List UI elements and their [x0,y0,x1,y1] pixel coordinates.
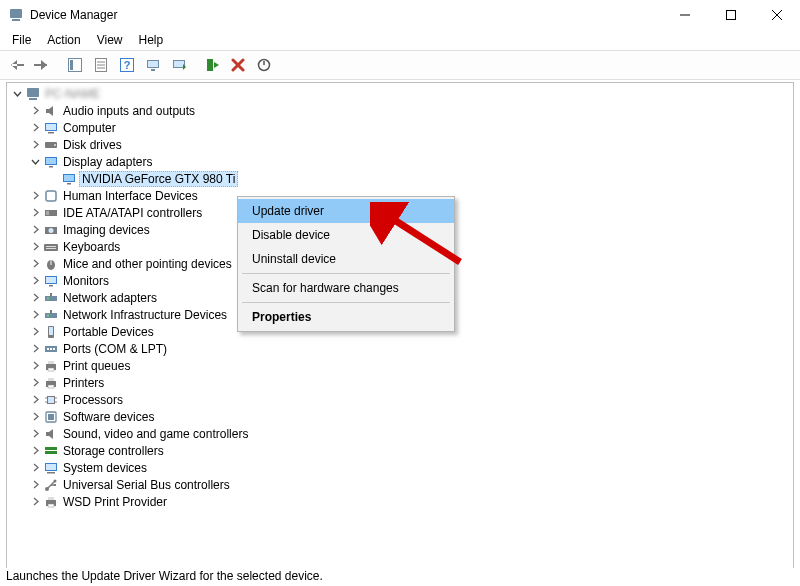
menu-help[interactable]: Help [131,31,172,49]
tree-device-node[interactable]: NVIDIA GeForce GTX 980 Ti [47,170,793,187]
chevron-right-icon[interactable] [29,479,41,491]
forward-button[interactable] [30,53,54,77]
close-button[interactable] [754,0,800,30]
tree-category-label: Network Infrastructure Devices [61,308,229,322]
menu-file[interactable]: File [4,31,39,49]
chevron-right-icon[interactable] [29,309,41,321]
chevron-right-icon[interactable] [29,139,41,151]
tree-category-node[interactable]: Processors [29,391,793,408]
svg-rect-57 [50,348,52,350]
tree-category-node[interactable]: Universal Serial Bus controllers [29,476,793,493]
chevron-right-icon[interactable] [29,343,41,355]
chevron-right-icon[interactable] [29,258,41,270]
tree-category-node[interactable]: Storage controllers [29,442,793,459]
chevron-right-icon[interactable] [29,377,41,389]
hid-icon [43,188,59,204]
disk-icon [43,137,59,153]
toolbar: ? [0,51,800,79]
chevron-right-icon[interactable] [29,224,41,236]
context-menu-item[interactable]: Scan for hardware changes [238,276,454,300]
svg-rect-21 [27,88,39,97]
chevron-right-icon[interactable] [29,394,41,406]
audio-icon [43,103,59,119]
svg-rect-25 [48,132,54,134]
help-toolbar-button[interactable]: ? [115,53,139,77]
menu-view[interactable]: View [89,31,131,49]
chevron-right-icon[interactable] [29,241,41,253]
tree-category-node[interactable]: WSD Print Provider [29,493,793,510]
svg-rect-52 [50,310,52,313]
menu-action[interactable]: Action [39,31,88,49]
chevron-right-icon[interactable] [29,207,41,219]
disable-device-button[interactable] [252,53,276,77]
chevron-right-icon[interactable] [29,428,41,440]
system-icon [43,460,59,476]
tree-category-label: Processors [61,393,125,407]
svg-rect-46 [49,285,53,287]
tree-category-label: Keyboards [61,240,122,254]
chevron-right-icon[interactable] [29,190,41,202]
chevron-right-icon[interactable] [29,122,41,134]
tree-category-label: Monitors [61,274,111,288]
chevron-right-icon[interactable] [29,275,41,287]
tree-category-node[interactable]: System devices [29,459,793,476]
enable-device-button[interactable] [200,53,224,77]
chevron-right-icon[interactable] [29,496,41,508]
tree-category-node[interactable]: Printers [29,374,793,391]
svg-point-27 [54,144,56,146]
svg-rect-3 [727,11,736,20]
maximize-button[interactable] [708,0,754,30]
svg-rect-15 [148,61,158,67]
tree-category-node[interactable]: Software devices [29,408,793,425]
context-menu-item[interactable]: Uninstall device [238,247,454,271]
svg-rect-63 [48,378,54,381]
context-menu-item[interactable]: Disable device [238,223,454,247]
svg-rect-1 [12,19,20,21]
show-hide-console-button[interactable] [63,53,87,77]
tree-category-node[interactable]: Sound, video and game controllers [29,425,793,442]
svg-point-79 [54,479,57,482]
tree-category-node[interactable]: Print queues [29,357,793,374]
svg-rect-58 [53,348,55,350]
scan-hardware-toolbar-button[interactable] [141,53,165,77]
tree-category-node[interactable]: Computer [29,119,793,136]
chevron-right-icon[interactable] [29,292,41,304]
chevron-right-icon[interactable] [29,462,41,474]
printer-icon [43,358,59,374]
tree-root-label: PC-NAME [43,87,102,101]
context-menu-item[interactable]: Properties [238,305,454,329]
update-driver-toolbar-button[interactable] [167,53,191,77]
uninstall-device-button[interactable] [226,53,250,77]
keyboard-icon [43,239,59,255]
chevron-down-icon[interactable] [29,156,41,168]
chevron-right-icon[interactable] [29,105,41,117]
svg-rect-45 [46,277,56,283]
svg-point-51 [47,314,49,316]
tree-category-node[interactable]: Display adapters [29,153,793,170]
chevron-right-icon[interactable] [29,326,41,338]
svg-rect-7 [70,60,73,70]
chevron-down-icon[interactable] [11,88,23,100]
tree-category-node[interactable]: Ports (COM & LPT) [29,340,793,357]
back-button[interactable] [4,53,28,77]
window-title: Device Manager [30,8,117,22]
storage-icon [43,443,59,459]
tree-category-node[interactable]: Disk drives [29,136,793,153]
tree-device-label: NVIDIA GeForce GTX 980 Ti [79,171,238,187]
chevron-right-icon[interactable] [29,445,41,457]
svg-rect-64 [48,385,54,388]
tree-category-label: WSD Print Provider [61,495,169,509]
software-icon [43,409,59,425]
tree-root-node[interactable]: PC-NAME [11,85,793,102]
chevron-right-icon[interactable] [29,411,41,423]
chevron-right-icon[interactable] [29,360,41,372]
tree-category-label: IDE ATA/ATAPI controllers [61,206,204,220]
minimize-button[interactable] [662,0,708,30]
context-menu: Update driverDisable deviceUninstall dev… [237,196,455,332]
tree-category-label: Imaging devices [61,223,152,237]
expander-placeholder [47,173,59,185]
properties-toolbar-button[interactable] [89,53,113,77]
tree-category-node[interactable]: Audio inputs and outputs [29,102,793,119]
svg-rect-83 [48,504,54,507]
context-menu-item[interactable]: Update driver [238,199,454,223]
